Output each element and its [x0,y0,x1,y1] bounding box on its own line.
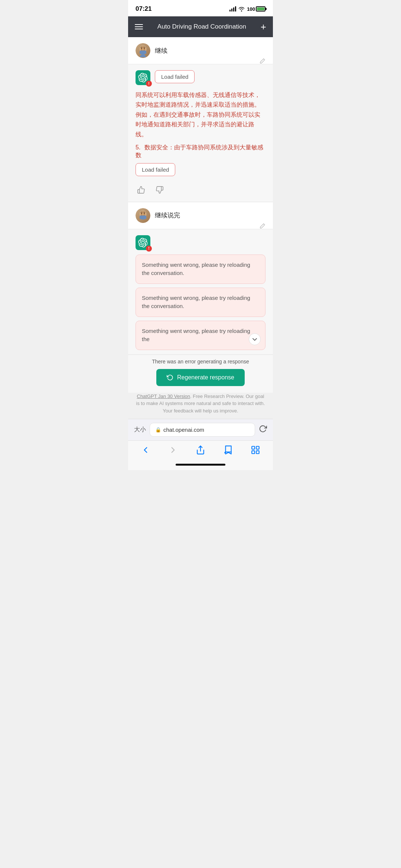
status-time: 07:21 [136,5,151,13]
second-ai-message-block: ! Something went wrong, please try reloa… [128,229,273,355]
home-indicator [128,461,273,470]
svg-rect-10 [252,447,255,450]
svg-rect-11 [256,447,259,450]
browser-size-label: 大小 [134,426,146,434]
first-user-message-block: 继续 [128,37,273,64]
first-ai-message-block: ! Load failed 同系统可以利用车载传感器、无线通信等技术，实时地监测… [128,64,273,202]
error-msg-text-2: Something went wrong, please try reloadi… [142,295,250,310]
share-button[interactable] [196,445,205,455]
svg-point-2 [141,48,142,49]
second-user-message-text: 继续说完 [155,211,180,220]
error-footer-text: There was an error generating a response [136,359,265,365]
openai-logo [138,73,148,82]
error-badge: ! [146,81,152,87]
back-icon [141,445,150,455]
load-failed-button-1[interactable]: Load failed [155,70,195,83]
signal-bars-icon [229,6,236,12]
second-user-message-block: 继续说完 [128,202,273,229]
error-message-3: Something went wrong, please try reloadi… [136,321,265,350]
second-user-msg-row: 继续说完 [136,208,265,223]
nav-title: Auto Driving Road Coordination [157,23,246,30]
svg-point-3 [144,48,145,49]
second-ai-msg-header: ! [136,235,265,250]
first-user-message-text: 继续 [155,46,167,55]
user-avatar [136,43,150,58]
second-avatar-image [136,208,150,223]
browser-bar: 大小 🔒 chat.openai.com [128,419,273,440]
svg-rect-12 [252,451,255,454]
svg-point-8 [144,213,145,214]
regenerate-label: Regenerate response [177,374,234,381]
back-button[interactable] [141,445,150,455]
error-message-1: Something went wrong, please try reloadi… [136,255,265,284]
load-failed-button-2[interactable]: Load failed [136,163,175,176]
version-link[interactable]: ChatGPT Jan 30 Version [137,393,190,399]
second-openai-logo [138,238,148,247]
reload-icon [259,425,267,433]
error-msg-text-3: Something went wrong, please try reloadi… [142,328,250,343]
user-msg-row: 继续 [136,43,265,58]
edit-icon[interactable] [259,58,265,66]
error-footer: There was an error generating a response… [128,355,273,393]
second-error-badge: ! [146,246,152,252]
battery-indicator: 100 [247,6,265,12]
ai-avatar: ! [136,70,150,85]
wifi-icon [238,7,245,12]
tabs-icon [251,445,260,455]
thumbs-down-button[interactable] [154,184,165,197]
second-ai-avatar: ! [136,235,150,250]
error-msg-text-1: Something went wrong, please try reloadi… [142,262,250,276]
svg-point-4 [140,54,146,57]
bookmarks-icon [223,445,233,455]
second-user-avatar-svg [136,209,150,222]
forward-button[interactable] [168,445,178,455]
ai-text-paragraph: 同系统可以利用车载传感器、无线通信等技术，实时地监测道路情况，并迅速采取适当的措… [136,90,265,139]
ai-msg-header: ! Load failed [136,70,265,85]
svg-point-7 [141,213,142,214]
svg-rect-13 [256,451,259,454]
lock-icon: 🔒 [155,427,161,433]
regenerate-button[interactable]: Regenerate response [156,369,245,386]
browser-url-box[interactable]: 🔒 chat.openai.com [150,423,255,437]
avatar-image [136,43,150,58]
second-edit-icon[interactable] [259,223,265,231]
status-bar: 07:21 100 [128,0,273,16]
home-indicator-bar [176,464,225,466]
add-button[interactable]: + [261,22,266,32]
reload-button[interactable] [259,425,267,435]
error-message-2: Something went wrong, please try reloadi… [136,288,265,317]
forward-icon [168,445,178,455]
ai-actions [136,184,265,197]
user-avatar-svg [136,44,150,57]
second-user-avatar [136,208,150,223]
battery-level: 100 [247,6,255,12]
scroll-down-button[interactable] [249,333,261,345]
version-info: ChatGPT Jan 30 Version. Free Research Pr… [128,393,273,419]
bookmarks-button[interactable] [223,445,233,455]
menu-button[interactable] [135,24,143,29]
status-icons: 100 [229,6,265,12]
bottom-nav [128,440,273,461]
thumbs-up-button[interactable] [136,184,147,197]
battery-icon [256,6,265,12]
share-icon [196,445,205,455]
section-text: 数据安全：由于车路协同系统涉及到大量敏感数 [136,144,263,158]
section-line: 5. 数据安全：由于车路协同系统涉及到大量敏感数 [136,144,265,159]
browser-url-text: chat.openai.com [163,427,204,433]
refresh-icon [167,374,173,381]
tabs-button[interactable] [251,445,260,455]
nav-bar: Auto Driving Road Coordination + [128,16,273,37]
section-number: 5. [136,144,140,150]
